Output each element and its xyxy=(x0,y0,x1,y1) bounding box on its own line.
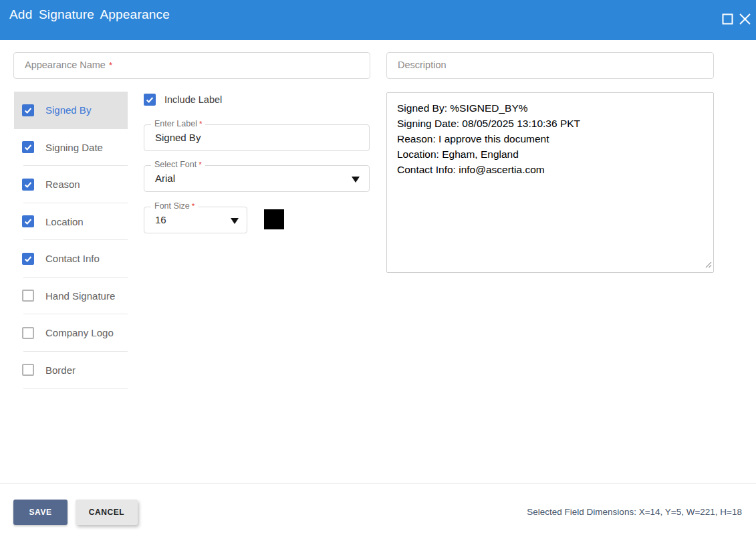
selected-field-dimensions: Selected Field Dimensions: X=14, Y=5, W=… xyxy=(527,507,742,517)
save-button[interactable]: SAVE xyxy=(13,500,68,525)
check-icon xyxy=(23,142,33,152)
sidebar-item-label: Reason xyxy=(45,179,80,190)
sidebar-item-border[interactable]: Border xyxy=(14,352,128,389)
sidebar-item-hand-signature[interactable]: Hand Signature xyxy=(14,278,128,315)
sidebar-item-company-logo[interactable]: Company Logo xyxy=(14,314,128,352)
sidebar-item-label: Contact Info xyxy=(45,253,100,264)
sidebar-item-contact-info[interactable]: Contact Info xyxy=(14,240,128,278)
chevron-down-icon xyxy=(231,218,239,224)
reason-checkbox[interactable] xyxy=(22,179,34,191)
preview-line: Signing Date: 08/05/2025 13:10:36 PKT xyxy=(397,116,703,131)
close-icon[interactable] xyxy=(737,11,752,26)
preview-line: Location: Egham, England xyxy=(397,146,703,162)
resize-handle-icon[interactable] xyxy=(705,259,712,271)
dialog-titlebar: Add Signature Appearance xyxy=(0,0,756,40)
appearance-name-placeholder: Appearance Name xyxy=(25,60,106,70)
sidebar-item-reason[interactable]: Reason xyxy=(14,166,128,203)
sidebar-item-signed-by[interactable]: Signed By xyxy=(14,92,128,129)
sidebar-item-label: Signing Date xyxy=(45,142,103,153)
select-font-value: Arial xyxy=(155,173,175,184)
required-asterisk: * xyxy=(199,120,202,128)
description-input[interactable]: Description xyxy=(386,52,714,79)
select-font-dropdown[interactable]: Select Font* Arial xyxy=(144,165,370,192)
signature-preview-textarea[interactable]: Signed By: %SIGNED_BY% Signing Date: 08/… xyxy=(386,92,714,273)
check-icon xyxy=(145,95,154,104)
preview-line: Reason: I approve this document xyxy=(397,131,703,146)
enter-label-value: Signed By xyxy=(155,132,201,143)
font-size-dropdown[interactable]: Font Size* 16 xyxy=(144,207,247,233)
required-asterisk: * xyxy=(199,160,201,169)
required-asterisk: * xyxy=(109,60,112,70)
signature-items-list: Signed By Signing Date Reason Location C… xyxy=(14,92,128,389)
contact-info-checkbox[interactable] xyxy=(22,253,34,265)
border-checkbox[interactable] xyxy=(22,364,34,376)
sidebar-item-location[interactable]: Location xyxy=(14,203,128,241)
preview-line: Contact Info: info@ascertia.com xyxy=(397,162,703,177)
cancel-button[interactable]: CANCEL xyxy=(76,500,138,525)
check-icon xyxy=(23,217,33,226)
preview-line: Signed By: %SIGNED_BY% xyxy=(397,100,703,116)
signing-date-checkbox[interactable] xyxy=(22,141,34,153)
maximize-icon[interactable] xyxy=(720,11,735,26)
font-color-swatch[interactable] xyxy=(264,209,284,229)
sidebar-item-label: Location xyxy=(45,216,84,227)
enter-label-label: Enter Label xyxy=(154,119,197,128)
sidebar-item-label: Border xyxy=(45,364,76,376)
footer-divider xyxy=(0,484,756,484)
chevron-down-icon xyxy=(352,177,360,183)
enter-label-input[interactable]: Enter Label* Signed By xyxy=(144,124,370,151)
include-label-checkbox[interactable] xyxy=(144,94,156,106)
include-label-row: Include Label xyxy=(144,94,222,106)
dialog-title: Add Signature Appearance xyxy=(9,7,170,22)
sidebar-item-signing-date[interactable]: Signing Date xyxy=(14,129,128,167)
appearance-name-input[interactable]: Appearance Name* xyxy=(13,52,370,79)
signed-by-checkbox[interactable] xyxy=(22,104,34,116)
hand-signature-checkbox[interactable] xyxy=(22,290,34,302)
select-font-label: Select Font xyxy=(154,160,197,169)
include-label-text: Include Label xyxy=(164,94,222,105)
company-logo-checkbox[interactable] xyxy=(22,327,34,339)
description-placeholder: Description xyxy=(398,60,447,70)
font-size-value: 16 xyxy=(155,214,166,225)
required-asterisk: * xyxy=(192,202,195,210)
check-icon xyxy=(23,180,33,189)
check-icon xyxy=(23,106,33,115)
location-checkbox[interactable] xyxy=(22,215,34,227)
sidebar-item-label: Hand Signature xyxy=(45,290,115,302)
sidebar-item-label: Company Logo xyxy=(45,327,114,338)
sidebar-item-label: Signed By xyxy=(45,104,91,116)
check-icon xyxy=(23,254,33,263)
font-size-label: Font Size xyxy=(154,201,190,211)
